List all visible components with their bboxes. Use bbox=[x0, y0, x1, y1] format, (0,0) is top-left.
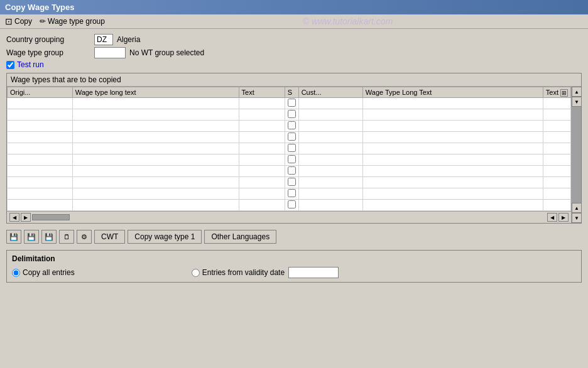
table-row bbox=[8, 177, 571, 188]
main-content: Country grouping Algeria Wage type group… bbox=[0, 29, 588, 288]
country-grouping-row: Country grouping Algeria bbox=[6, 34, 582, 45]
delimitation-title: Delimitation bbox=[12, 254, 576, 263]
other-languages-label: Other Languages bbox=[211, 232, 270, 241]
cwt-button[interactable]: CWT bbox=[94, 230, 125, 244]
cwt-icon-btn[interactable]: ⚙ bbox=[77, 230, 92, 244]
table-row bbox=[8, 166, 571, 177]
scroll-down2-btn[interactable]: ▼ bbox=[572, 213, 582, 223]
toolbar-wage-type-group[interactable]: ✏ Wage type group bbox=[40, 17, 105, 26]
scroll-up-btn[interactable]: ▲ bbox=[572, 87, 582, 97]
save-btn-1[interactable]: 💾 bbox=[6, 230, 21, 244]
row-checkbox[interactable] bbox=[288, 189, 296, 197]
table-row bbox=[8, 98, 571, 109]
pencil-icon: ✏ bbox=[40, 17, 46, 26]
watermark: © www.tutorialkart.com bbox=[303, 16, 393, 26]
cwt-icon: ⚙ bbox=[81, 233, 87, 241]
copy-all-radio[interactable] bbox=[12, 269, 20, 277]
th-origi: Origi... bbox=[8, 87, 73, 98]
copy-icon: ⊡ bbox=[5, 16, 13, 26]
test-run-row: Test run bbox=[6, 60, 582, 69]
row-checkbox[interactable] bbox=[288, 144, 296, 152]
row-checkbox[interactable] bbox=[288, 121, 296, 129]
app-title: Copy Wage Types bbox=[5, 3, 75, 12]
toolbar-copy[interactable]: ⊡ Copy bbox=[5, 16, 32, 26]
toolbar: ⊡ Copy ✏ Wage type group © www.tutorialk… bbox=[0, 14, 588, 29]
sort-icon: ⊞ bbox=[560, 89, 568, 97]
test-run-checkbox[interactable] bbox=[6, 61, 14, 69]
wage-type-group-label: Wage type group bbox=[6, 48, 94, 57]
row-checkbox[interactable] bbox=[288, 110, 296, 118]
vertical-scrollbar[interactable]: ▲ ▼ ▲ ▼ bbox=[571, 87, 581, 223]
table-row bbox=[8, 109, 571, 121]
th-cust: Cust... bbox=[298, 87, 362, 98]
th-text2: Text ⊞ bbox=[543, 87, 570, 98]
entries-from-group: Entries from validity date bbox=[192, 268, 285, 277]
th-long-text: Wage type long text bbox=[72, 87, 239, 98]
save-btn-3[interactable]: 💾 bbox=[41, 230, 57, 244]
wage-type-group-row: Wage type group No WT group selected bbox=[6, 47, 582, 58]
scroll-right2-btn[interactable]: ◀ bbox=[547, 213, 557, 222]
wage-types-table: Origi... Wage type long text Text S Cust… bbox=[7, 87, 571, 211]
wage-type-group-input[interactable] bbox=[94, 47, 126, 58]
scroll-right3-btn[interactable]: ▶ bbox=[558, 213, 569, 222]
country-grouping-label: Country grouping bbox=[6, 35, 94, 44]
row-checkbox[interactable] bbox=[288, 178, 296, 186]
scroll-right-btn[interactable]: ▶ bbox=[21, 213, 31, 222]
copy-all-label: Copy all entries bbox=[23, 268, 75, 277]
table-section-title: Wage types that are to be copied bbox=[7, 73, 581, 87]
radio-row: Copy all entries Entries from validity d… bbox=[12, 267, 576, 278]
title-bar: Copy Wage Types bbox=[0, 0, 588, 14]
row-checkbox[interactable] bbox=[288, 166, 296, 175]
validity-date-input[interactable] bbox=[288, 267, 339, 278]
row-checkbox[interactable] bbox=[288, 133, 296, 141]
wage-type-group-text: No WT group selected bbox=[129, 48, 204, 57]
scroll-down-btn[interactable]: ▼ bbox=[572, 97, 582, 107]
country-name: Algeria bbox=[117, 35, 140, 44]
entries-from-label: Entries from validity date bbox=[202, 268, 285, 277]
scroll-up2-btn[interactable]: ▲ bbox=[572, 203, 582, 213]
table-row bbox=[8, 143, 571, 154]
table-row bbox=[8, 154, 571, 166]
row-checkbox[interactable] bbox=[288, 155, 296, 163]
table-row bbox=[8, 200, 571, 211]
v-scroll-thumb bbox=[572, 107, 581, 203]
action-bar: 💾 💾 💾 🗒 ⚙ CWT Copy wage type 1 Other Lan… bbox=[6, 227, 582, 246]
copy-wage-type-button[interactable]: Copy wage type 1 bbox=[128, 230, 202, 244]
delimitation-section: Delimitation Copy all entries Entries fr… bbox=[6, 250, 582, 283]
test-run-label: Test run bbox=[17, 60, 44, 69]
toolbar-wage-type-group-label: Wage type group bbox=[48, 17, 105, 26]
th-s: S bbox=[285, 87, 298, 98]
th-text: Text bbox=[239, 87, 285, 98]
horizontal-scrollbar[interactable]: ◀ ▶ ◀ ▶ bbox=[7, 211, 571, 223]
save-btn-4[interactable]: 🗒 bbox=[59, 230, 74, 244]
save-btn-2[interactable]: 💾 bbox=[24, 230, 39, 244]
row-checkbox[interactable] bbox=[288, 99, 296, 107]
copy-all-group: Copy all entries bbox=[12, 268, 75, 277]
other-languages-button[interactable]: Other Languages bbox=[204, 230, 276, 244]
th-wage-type-long-text2: Wage Type Long Text bbox=[362, 87, 543, 98]
toolbar-copy-label: Copy bbox=[14, 17, 32, 26]
table-section: Wage types that are to be copied Origi..… bbox=[6, 73, 582, 224]
table-row bbox=[8, 121, 571, 132]
row-checkbox[interactable] bbox=[288, 200, 296, 208]
table-row bbox=[8, 132, 571, 143]
country-grouping-input[interactable] bbox=[94, 34, 113, 45]
table-row bbox=[8, 188, 571, 200]
copy-wage-type-label: Copy wage type 1 bbox=[134, 232, 195, 241]
cwt-label: CWT bbox=[101, 232, 118, 241]
h-scroll-track bbox=[32, 214, 70, 220]
scroll-left-btn[interactable]: ◀ bbox=[9, 213, 19, 222]
entries-from-radio[interactable] bbox=[192, 269, 200, 277]
